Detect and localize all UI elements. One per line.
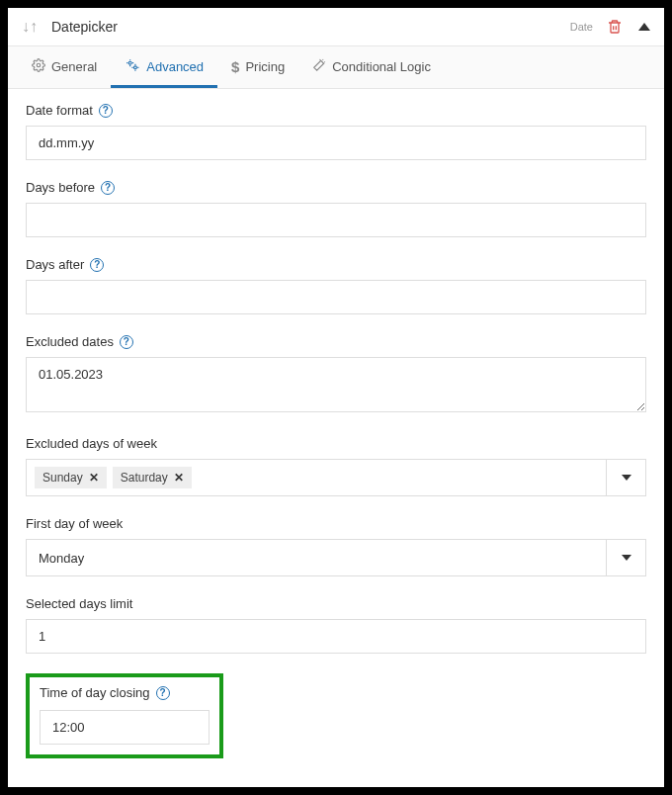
- field-type-label: Date: [570, 21, 593, 33]
- help-icon[interactable]: ?: [101, 181, 115, 195]
- first-day-select[interactable]: Monday: [26, 539, 646, 576]
- panel-header: ↓↑ Datepicker Date: [8, 8, 664, 46]
- field-first-day-of-week: First day of week Monday: [26, 516, 646, 576]
- gear-icon: [32, 58, 45, 75]
- days-before-input[interactable]: [26, 203, 646, 237]
- field-excluded-dates: Excluded dates ?: [26, 334, 646, 416]
- svg-point-2: [134, 66, 137, 69]
- svg-point-0: [37, 63, 41, 67]
- tab-label: Advanced: [146, 59, 204, 74]
- excluded-dates-input[interactable]: [26, 357, 646, 412]
- remove-tag-icon[interactable]: ✕: [174, 471, 184, 485]
- date-format-input[interactable]: [26, 126, 646, 160]
- field-days-after: Days after ?: [26, 257, 646, 314]
- tag-saturday: Saturday ✕: [113, 467, 192, 488]
- collapse-toggle[interactable]: [638, 23, 650, 31]
- tabs-bar: General Advanced $ Pricing Conditional L…: [8, 46, 664, 89]
- drag-handle-icon[interactable]: ↓↑: [22, 18, 38, 36]
- field-date-format: Date format ?: [26, 103, 646, 160]
- dropdown-toggle[interactable]: [606, 540, 645, 575]
- dollar-icon: $: [231, 58, 239, 75]
- dropdown-toggle[interactable]: [606, 460, 645, 495]
- datepicker-settings-panel: ↓↑ Datepicker Date General Advanced $ Pr…: [8, 8, 664, 787]
- tag-sunday: Sunday ✕: [35, 467, 107, 488]
- tab-label: Conditional Logic: [332, 59, 431, 74]
- help-icon[interactable]: ?: [99, 104, 113, 118]
- field-excluded-days-of-week: Excluded days of week Sunday ✕ Saturday …: [26, 436, 646, 496]
- help-icon[interactable]: ?: [90, 258, 104, 272]
- tag-label: Saturday: [121, 471, 168, 485]
- panel-title: Datepicker: [51, 19, 570, 35]
- label-excluded-days: Excluded days of week: [26, 436, 157, 451]
- label-days-before: Days before: [26, 180, 95, 195]
- tab-label: General: [51, 59, 97, 74]
- trash-icon: [607, 19, 623, 35]
- highlight-annotation: Time of day closing ?: [26, 673, 223, 758]
- excluded-days-multiselect[interactable]: Sunday ✕ Saturday ✕: [26, 459, 646, 496]
- gears-icon: [125, 58, 140, 75]
- tab-advanced[interactable]: Advanced: [111, 46, 217, 88]
- selected-limit-input[interactable]: [26, 619, 646, 654]
- help-icon[interactable]: ?: [120, 335, 133, 349]
- label-date-format: Date format: [26, 103, 93, 118]
- tag-label: Sunday: [42, 471, 83, 485]
- tab-pricing[interactable]: $ Pricing: [217, 46, 298, 88]
- tab-content-advanced: Date format ? Days before ? Days after ?…: [8, 89, 664, 772]
- select-value: Monday: [39, 551, 84, 566]
- delete-button[interactable]: [607, 19, 623, 35]
- remove-tag-icon[interactable]: ✕: [89, 471, 99, 485]
- help-icon[interactable]: ?: [156, 686, 170, 700]
- magic-wand-icon: [312, 58, 326, 75]
- field-days-before: Days before ?: [26, 180, 646, 237]
- svg-point-1: [128, 61, 131, 64]
- label-first-day: First day of week: [26, 516, 123, 531]
- label-time-closing: Time of day closing: [40, 685, 150, 700]
- label-days-after: Days after: [26, 257, 84, 272]
- field-selected-days-limit: Selected days limit: [26, 596, 646, 654]
- time-closing-input[interactable]: [40, 710, 210, 745]
- label-excluded-dates: Excluded dates: [26, 334, 114, 349]
- tab-label: Pricing: [245, 59, 285, 74]
- label-selected-limit: Selected days limit: [26, 596, 132, 611]
- days-after-input[interactable]: [26, 280, 646, 314]
- tab-conditional-logic[interactable]: Conditional Logic: [298, 46, 445, 88]
- tab-general[interactable]: General: [18, 46, 111, 88]
